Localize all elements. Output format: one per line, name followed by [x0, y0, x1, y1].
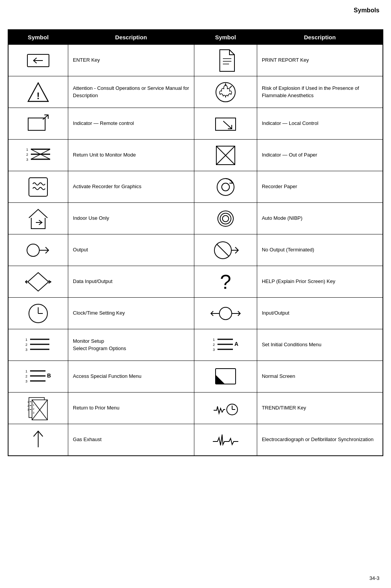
- input-output-symbol-cell: [194, 298, 257, 329]
- monitor-setup-icon: 1 2 3: [25, 335, 52, 355]
- ecg-defib-symbol-cell: [194, 424, 257, 456]
- svg-text:3: 3: [33, 411, 34, 414]
- risk-explosion-symbol-cell: [194, 76, 257, 108]
- indoor-use-symbol-cell: [8, 203, 68, 234]
- table-row: ! Attention - Consult Operations or Serv…: [8, 76, 383, 108]
- out-of-paper-desc: Indicator — Out of Paper: [257, 140, 383, 171]
- header-desc2: Description: [257, 30, 383, 45]
- svg-text:1: 1: [25, 369, 27, 373]
- svg-text:3: 3: [25, 379, 27, 383]
- indicator-remote-symbol-cell: [8, 108, 68, 140]
- svg-text:2: 2: [33, 408, 34, 410]
- access-special-function-icon: 1 2 3 B: [25, 367, 52, 386]
- no-output-desc: No Output (Terminated): [257, 234, 383, 266]
- svg-text:1: 1: [213, 338, 215, 342]
- return-monitor-mode-icon: 1 2 3: [25, 145, 52, 166]
- attention-desc: Attention - Consult Operations or Servic…: [68, 76, 194, 108]
- recorder-paper-symbol-cell: [194, 171, 257, 203]
- table-row: Activate Recorder for Graphics Recorde: [8, 171, 383, 203]
- indoor-use-desc: Indoor Use Only: [68, 203, 194, 234]
- svg-point-27: [222, 183, 229, 191]
- svg-rect-12: [216, 118, 236, 130]
- header-symbol2: Symbol: [194, 30, 257, 45]
- clock-desc: Clock/Time Setting Key: [68, 298, 194, 329]
- svg-text:2: 2: [25, 374, 27, 378]
- indoor-use-icon: [27, 207, 49, 230]
- attention-symbol-cell: !: [8, 76, 68, 108]
- activate-recorder-symbol-cell: [8, 171, 68, 203]
- out-of-paper-icon: [215, 145, 236, 166]
- page-title: Symbols: [0, 0, 391, 18]
- help-key-icon: ?: [218, 271, 233, 293]
- output-icon: [25, 243, 52, 258]
- table-row: Clock/Time Setting Key: [8, 298, 383, 329]
- indicator-local-symbol-cell: [194, 108, 257, 140]
- svg-text:3: 3: [27, 408, 29, 411]
- risk-explosion-desc: Risk of Explosion if Used in the Presenc…: [257, 76, 383, 108]
- svg-marker-34: [28, 273, 49, 291]
- return-prior-symbol-cell: 1 2 3 1 2 3: [8, 393, 68, 424]
- out-of-paper-symbol-cell: [194, 140, 257, 171]
- trend-timer-desc: TREND/TIMER Key: [257, 393, 383, 424]
- svg-text:A: A: [234, 341, 238, 347]
- table-row: Gas Exhaust Electrocardiograph or Defibr…: [8, 424, 383, 456]
- print-report-desc: PRINT REPORT Key: [257, 45, 383, 76]
- header-desc1: Description: [68, 30, 194, 45]
- output-symbol-cell: [8, 234, 68, 266]
- enter-key-desc: ENTER Key: [68, 45, 194, 76]
- indicator-remote-icon: [27, 114, 50, 133]
- page-number: 34-3: [369, 575, 379, 581]
- trend-timer-symbol-cell: [194, 393, 257, 424]
- table-wrapper: Symbol Description Symbol Description: [0, 18, 391, 479]
- indicator-local-icon: [214, 114, 237, 133]
- gas-exhaust-symbol-cell: [8, 424, 68, 456]
- recorder-paper-icon: [215, 176, 236, 198]
- svg-rect-25: [29, 178, 47, 196]
- no-output-symbol-cell: [194, 234, 257, 266]
- svg-text:2: 2: [25, 343, 27, 347]
- return-monitor-symbol-cell: 1 2 3: [8, 140, 68, 171]
- svg-line-9: [229, 86, 232, 88]
- attention-icon: !: [27, 81, 49, 103]
- svg-text:2: 2: [27, 404, 29, 407]
- no-output-icon: [212, 239, 239, 261]
- svg-text:3: 3: [26, 158, 28, 162]
- svg-line-13: [223, 121, 232, 129]
- risk-explosion-icon: [215, 81, 236, 103]
- return-prior-menu-icon: 1 2 3 1 2 3: [27, 397, 50, 420]
- set-initial-conditions-icon: 1 2 3 A: [212, 335, 239, 355]
- clock-symbol-cell: [8, 298, 68, 329]
- access-special-symbol-cell: 1 2 3 B: [8, 361, 68, 393]
- table-row: 1 2 3 B Access Special Function Menu: [8, 361, 383, 393]
- table-row: 1 2 3 Monitor Setup Select Program Optio…: [8, 329, 383, 361]
- svg-text:1: 1: [26, 148, 28, 152]
- svg-text:3: 3: [25, 348, 27, 352]
- help-key-desc: HELP (Explain Prior Screen) Key: [257, 266, 383, 298]
- gas-exhaust-icon: [30, 428, 46, 451]
- ecg-defib-desc: Electrocardiograph or Defibrillator Sync…: [257, 424, 383, 456]
- normal-screen-icon: [214, 367, 237, 386]
- table-row: Indicator — Remote control Indicator — L…: [8, 108, 383, 140]
- recorder-paper-desc: Recorder Paper: [257, 171, 383, 203]
- monitor-setup-symbol-cell: 1 2 3: [8, 329, 68, 361]
- table-row: 1 2 3 Return Unit to Monitor Mode: [8, 140, 383, 171]
- data-io-symbol-cell: [8, 266, 68, 298]
- auto-mode-desc: Auto Mode (NIBP): [257, 203, 383, 234]
- table-row: 1 2 3 1 2 3 Return to Prior M: [8, 393, 383, 424]
- output-desc: Output: [68, 234, 194, 266]
- indicator-local-desc: Indicator — Local Control: [257, 108, 383, 140]
- activate-recorder-icon: [27, 176, 49, 198]
- access-special-desc: Access Special Function Menu: [68, 361, 194, 393]
- table-row: ENTER Key PRINT REPORT Key: [8, 45, 383, 76]
- help-key-symbol-cell: ?: [194, 266, 257, 298]
- symbols-table: Symbol Description Symbol Description: [8, 29, 383, 456]
- enter-key-symbol-cell: [8, 45, 68, 76]
- header-symbol1: Symbol: [8, 30, 68, 45]
- set-initial-conditions-desc: Set Initial Conditions Menu: [257, 329, 383, 361]
- monitor-setup-desc: Monitor Setup Select Program Options: [68, 329, 194, 361]
- svg-point-29: [27, 244, 39, 256]
- svg-rect-10: [28, 118, 45, 130]
- enter-key-icon: [27, 54, 50, 67]
- svg-line-32: [217, 244, 229, 256]
- clock-time-icon: [27, 303, 49, 324]
